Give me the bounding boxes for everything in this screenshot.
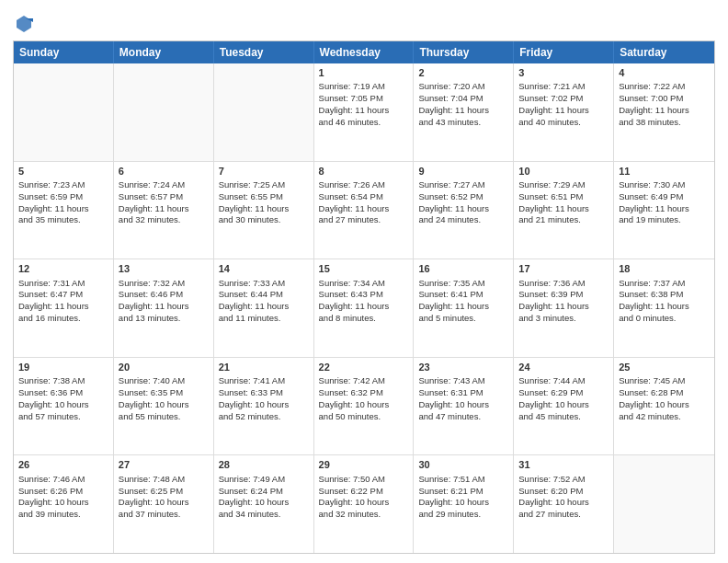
- calendar-cell-31: 31Sunrise: 7:52 AM Sunset: 6:20 PM Dayli…: [514, 455, 614, 553]
- day-number: 8: [319, 165, 409, 178]
- calendar-cell-10: 10Sunrise: 7:29 AM Sunset: 6:51 PM Dayli…: [514, 162, 614, 259]
- day-info: Sunrise: 7:21 AM Sunset: 7:02 PM Dayligh…: [518, 81, 609, 128]
- day-number: 1: [319, 66, 409, 80]
- calendar-cell-14: 14Sunrise: 7:33 AM Sunset: 6:44 PM Dayli…: [214, 259, 314, 357]
- logo: [13, 13, 39, 35]
- calendar-row-0: 1Sunrise: 7:19 AM Sunset: 7:05 PM Daylig…: [14, 63, 714, 161]
- calendar-body: 1Sunrise: 7:19 AM Sunset: 7:05 PM Daylig…: [14, 63, 714, 553]
- day-number: 4: [619, 66, 710, 80]
- day-number: 30: [418, 458, 508, 472]
- calendar-cell-4: 4Sunrise: 7:22 AM Sunset: 7:00 PM Daylig…: [614, 63, 714, 161]
- day-info: Sunrise: 7:23 AM Sunset: 6:59 PM Dayligh…: [18, 179, 108, 226]
- day-number: 9: [418, 165, 508, 178]
- calendar-row-2: 12Sunrise: 7:31 AM Sunset: 6:47 PM Dayli…: [14, 259, 714, 357]
- day-number: 19: [18, 361, 108, 374]
- day-number: 23: [418, 361, 508, 374]
- day-info: Sunrise: 7:41 AM Sunset: 6:33 PM Dayligh…: [219, 375, 309, 422]
- calendar-cell-23: 23Sunrise: 7:43 AM Sunset: 6:31 PM Dayli…: [414, 358, 514, 455]
- day-number: 28: [219, 458, 309, 472]
- day-info: Sunrise: 7:36 AM Sunset: 6:39 PM Dayligh…: [518, 278, 609, 325]
- calendar-cell-19: 19Sunrise: 7:38 AM Sunset: 6:36 PM Dayli…: [14, 358, 114, 455]
- day-number: 18: [619, 262, 710, 276]
- day-info: Sunrise: 7:52 AM Sunset: 6:20 PM Dayligh…: [518, 474, 609, 521]
- day-info: Sunrise: 7:19 AM Sunset: 7:05 PM Dayligh…: [319, 81, 409, 128]
- day-info: Sunrise: 7:42 AM Sunset: 6:32 PM Dayligh…: [319, 375, 409, 422]
- calendar-cell-9: 9Sunrise: 7:27 AM Sunset: 6:52 PM Daylig…: [414, 162, 514, 259]
- day-info: Sunrise: 7:20 AM Sunset: 7:04 PM Dayligh…: [418, 81, 508, 128]
- calendar-header-wednesday: Wednesday: [314, 41, 415, 63]
- calendar-cell-7: 7Sunrise: 7:25 AM Sunset: 6:55 PM Daylig…: [214, 162, 314, 259]
- day-info: Sunrise: 7:44 AM Sunset: 6:29 PM Dayligh…: [518, 375, 609, 422]
- calendar-cell-empty-0-0: [14, 63, 114, 161]
- day-number: 27: [119, 458, 209, 472]
- calendar-cell-27: 27Sunrise: 7:48 AM Sunset: 6:25 PM Dayli…: [114, 455, 214, 553]
- calendar-header-sunday: Sunday: [14, 41, 114, 63]
- day-info: Sunrise: 7:26 AM Sunset: 6:54 PM Dayligh…: [319, 179, 409, 226]
- calendar-header-monday: Monday: [114, 41, 214, 63]
- day-number: 6: [119, 165, 209, 178]
- calendar-cell-13: 13Sunrise: 7:32 AM Sunset: 6:46 PM Dayli…: [114, 259, 214, 357]
- day-number: 17: [518, 262, 609, 276]
- calendar-cell-3: 3Sunrise: 7:21 AM Sunset: 7:02 PM Daylig…: [514, 63, 614, 161]
- calendar-cell-empty-0-2: [214, 63, 314, 161]
- day-number: 21: [219, 361, 309, 374]
- day-number: 14: [219, 262, 309, 276]
- day-info: Sunrise: 7:34 AM Sunset: 6:43 PM Dayligh…: [319, 278, 409, 325]
- day-number: 10: [518, 165, 609, 178]
- calendar-header-tuesday: Tuesday: [214, 41, 314, 63]
- calendar-cell-25: 25Sunrise: 7:45 AM Sunset: 6:28 PM Dayli…: [614, 358, 714, 455]
- day-info: Sunrise: 7:46 AM Sunset: 6:26 PM Dayligh…: [18, 474, 108, 521]
- day-info: Sunrise: 7:43 AM Sunset: 6:31 PM Dayligh…: [418, 375, 508, 422]
- day-info: Sunrise: 7:33 AM Sunset: 6:44 PM Dayligh…: [219, 278, 309, 325]
- calendar-cell-11: 11Sunrise: 7:30 AM Sunset: 6:49 PM Dayli…: [614, 162, 714, 259]
- calendar-cell-empty-4-6: [614, 455, 714, 553]
- day-number: 2: [418, 66, 508, 80]
- calendar-cell-20: 20Sunrise: 7:40 AM Sunset: 6:35 PM Dayli…: [114, 358, 214, 455]
- day-number: 16: [418, 262, 508, 276]
- day-number: 11: [619, 165, 710, 178]
- calendar-cell-16: 16Sunrise: 7:35 AM Sunset: 6:41 PM Dayli…: [414, 259, 514, 357]
- day-info: Sunrise: 7:49 AM Sunset: 6:24 PM Dayligh…: [219, 474, 309, 521]
- logo-icon: [13, 13, 35, 35]
- day-info: Sunrise: 7:37 AM Sunset: 6:38 PM Dayligh…: [619, 278, 710, 325]
- header: [13, 9, 715, 35]
- calendar-header-thursday: Thursday: [414, 41, 514, 63]
- calendar-cell-30: 30Sunrise: 7:51 AM Sunset: 6:21 PM Dayli…: [414, 455, 514, 553]
- day-number: 15: [319, 262, 409, 276]
- page: SundayMondayTuesdayWednesdayThursdayFrid…: [0, 0, 728, 563]
- day-number: 26: [18, 458, 108, 472]
- day-number: 24: [518, 361, 609, 374]
- calendar-cell-17: 17Sunrise: 7:36 AM Sunset: 6:39 PM Dayli…: [514, 259, 614, 357]
- day-number: 25: [619, 361, 710, 374]
- day-info: Sunrise: 7:30 AM Sunset: 6:49 PM Dayligh…: [619, 179, 710, 226]
- calendar-cell-26: 26Sunrise: 7:46 AM Sunset: 6:26 PM Dayli…: [14, 455, 114, 553]
- day-info: Sunrise: 7:48 AM Sunset: 6:25 PM Dayligh…: [119, 474, 209, 521]
- calendar-cell-22: 22Sunrise: 7:42 AM Sunset: 6:32 PM Dayli…: [314, 358, 415, 455]
- day-number: 12: [18, 262, 108, 276]
- day-number: 13: [119, 262, 209, 276]
- day-number: 5: [18, 165, 108, 178]
- calendar-cell-1: 1Sunrise: 7:19 AM Sunset: 7:05 PM Daylig…: [314, 63, 415, 161]
- day-info: Sunrise: 7:38 AM Sunset: 6:36 PM Dayligh…: [18, 375, 108, 422]
- calendar-cell-15: 15Sunrise: 7:34 AM Sunset: 6:43 PM Dayli…: [314, 259, 415, 357]
- calendar-cell-2: 2Sunrise: 7:20 AM Sunset: 7:04 PM Daylig…: [414, 63, 514, 161]
- day-info: Sunrise: 7:25 AM Sunset: 6:55 PM Dayligh…: [219, 179, 309, 226]
- day-info: Sunrise: 7:35 AM Sunset: 6:41 PM Dayligh…: [418, 278, 508, 325]
- day-info: Sunrise: 7:40 AM Sunset: 6:35 PM Dayligh…: [119, 375, 209, 422]
- calendar-cell-29: 29Sunrise: 7:50 AM Sunset: 6:22 PM Dayli…: [314, 455, 415, 553]
- day-number: 3: [518, 66, 609, 80]
- day-number: 22: [319, 361, 409, 374]
- day-info: Sunrise: 7:29 AM Sunset: 6:51 PM Dayligh…: [518, 179, 609, 226]
- calendar-cell-24: 24Sunrise: 7:44 AM Sunset: 6:29 PM Dayli…: [514, 358, 614, 455]
- day-info: Sunrise: 7:27 AM Sunset: 6:52 PM Dayligh…: [418, 179, 508, 226]
- calendar: SundayMondayTuesdayWednesdayThursdayFrid…: [13, 40, 715, 554]
- day-number: 7: [219, 165, 309, 178]
- day-info: Sunrise: 7:50 AM Sunset: 6:22 PM Dayligh…: [319, 474, 409, 521]
- day-info: Sunrise: 7:32 AM Sunset: 6:46 PM Dayligh…: [119, 278, 209, 325]
- day-info: Sunrise: 7:24 AM Sunset: 6:57 PM Dayligh…: [119, 179, 209, 226]
- calendar-row-3: 19Sunrise: 7:38 AM Sunset: 6:36 PM Dayli…: [14, 357, 714, 455]
- day-info: Sunrise: 7:45 AM Sunset: 6:28 PM Dayligh…: [619, 375, 710, 422]
- day-number: 31: [518, 458, 609, 472]
- calendar-cell-empty-0-1: [114, 63, 214, 161]
- calendar-header-saturday: Saturday: [614, 41, 714, 63]
